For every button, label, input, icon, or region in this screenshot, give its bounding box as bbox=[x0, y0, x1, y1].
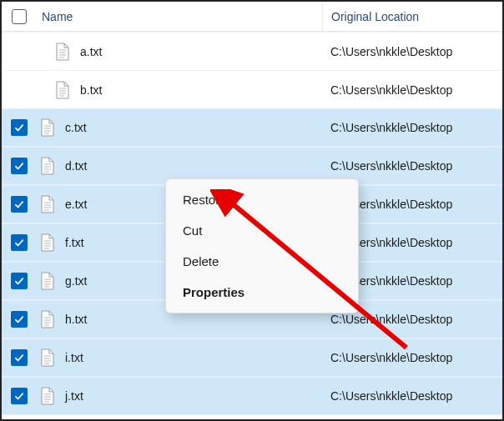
file-icon bbox=[40, 195, 55, 213]
context-menu-properties[interactable]: Properties bbox=[166, 277, 358, 308]
file-name: j.txt bbox=[65, 389, 83, 403]
file-location: C:\Users\nkkle\Desktop bbox=[322, 45, 502, 58]
table-row[interactable]: b.txtC:\Users\nkkle\Desktop bbox=[2, 70, 502, 108]
context-menu-delete[interactable]: Delete bbox=[166, 246, 358, 277]
file-icon bbox=[40, 118, 55, 137]
file-name-cell: c.txt bbox=[37, 118, 322, 137]
row-checkbox-cell bbox=[2, 196, 37, 213]
context-menu-cut[interactable]: Cut bbox=[166, 215, 358, 246]
row-checkbox[interactable] bbox=[11, 234, 28, 251]
file-name-cell: b.txt bbox=[37, 81, 322, 99]
row-checkbox-cell bbox=[2, 311, 37, 328]
row-checkbox-cell bbox=[2, 119, 37, 136]
table-row[interactable]: a.txtC:\Users\nkkle\Desktop bbox=[2, 32, 502, 70]
file-name-cell: a.txt bbox=[37, 43, 322, 61]
file-name-cell: d.txt bbox=[37, 157, 322, 175]
file-icon bbox=[55, 81, 70, 99]
row-checkbox-cell bbox=[2, 273, 37, 289]
row-checkbox[interactable] bbox=[11, 273, 28, 289]
file-icon bbox=[40, 310, 55, 328]
file-icon bbox=[40, 157, 55, 175]
file-name: c.txt bbox=[65, 121, 87, 134]
file-icon bbox=[40, 348, 55, 367]
table-row[interactable]: i.txtC:\Users\nkkle\Desktop bbox=[2, 338, 502, 377]
file-location: C:\Users\nkkle\Desktop bbox=[322, 313, 502, 326]
row-checkbox-cell bbox=[2, 158, 37, 174]
row-checkbox-cell bbox=[2, 234, 37, 251]
file-icon bbox=[40, 233, 55, 252]
file-name-cell: i.txt bbox=[37, 348, 322, 367]
row-checkbox-cell bbox=[2, 349, 37, 366]
row-checkbox[interactable] bbox=[11, 196, 28, 213]
row-checkbox[interactable] bbox=[11, 349, 28, 366]
file-location: C:\Users\nkkle\Desktop bbox=[322, 121, 502, 134]
file-icon bbox=[40, 272, 55, 290]
select-all-checkbox[interactable] bbox=[12, 9, 27, 24]
table-row[interactable]: j.txtC:\Users\nkkle\Desktop bbox=[2, 377, 502, 415]
context-menu-restore[interactable]: Restore bbox=[166, 184, 358, 215]
file-name: h.txt bbox=[65, 313, 87, 326]
file-location: C:\Users\nkkle\Desktop bbox=[322, 159, 502, 173]
file-location: C:\Users\nkkle\Desktop bbox=[322, 389, 502, 403]
file-name: d.txt bbox=[65, 159, 87, 173]
file-name: b.txt bbox=[80, 83, 102, 97]
file-icon bbox=[55, 43, 70, 61]
file-icon bbox=[40, 387, 55, 405]
row-checkbox-cell bbox=[2, 388, 37, 404]
file-location: C:\Users\nkkle\Desktop bbox=[322, 83, 502, 97]
file-name: e.txt bbox=[65, 198, 87, 211]
file-name: g.txt bbox=[65, 274, 87, 288]
header-checkbox-cell bbox=[2, 9, 37, 24]
context-menu: Restore Cut Delete Properties bbox=[165, 178, 359, 313]
row-checkbox[interactable] bbox=[11, 311, 28, 328]
row-checkbox[interactable] bbox=[11, 119, 28, 136]
file-name: i.txt bbox=[65, 351, 83, 364]
column-header-name[interactable]: Name bbox=[37, 10, 322, 23]
column-header-location[interactable]: Original Location bbox=[322, 2, 502, 31]
row-checkbox[interactable] bbox=[11, 388, 28, 404]
row-checkbox[interactable] bbox=[11, 158, 28, 174]
file-name-cell: j.txt bbox=[37, 387, 322, 405]
table-row[interactable]: c.txtC:\Users\nkkle\Desktop bbox=[2, 108, 502, 147]
file-location: C:\Users\nkkle\Desktop bbox=[322, 351, 502, 364]
file-name: f.txt bbox=[65, 236, 84, 249]
table-header: Name Original Location bbox=[2, 2, 502, 32]
file-name: a.txt bbox=[80, 45, 102, 58]
